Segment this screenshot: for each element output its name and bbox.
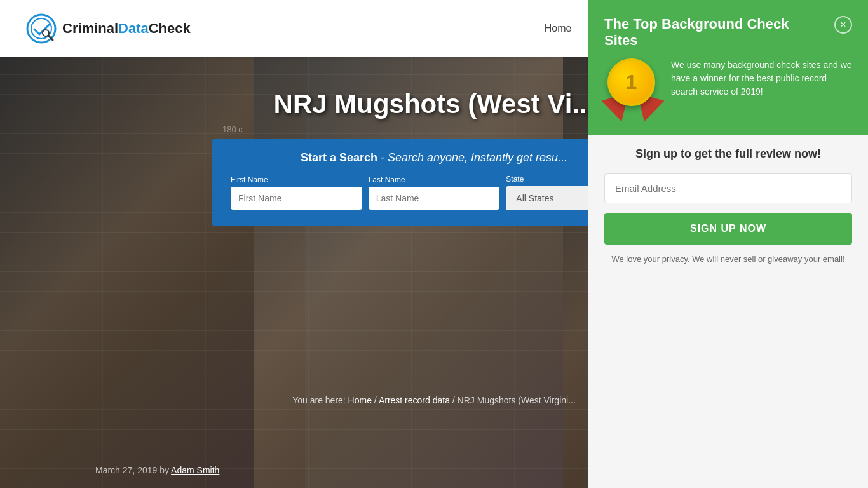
page-title: NRJ Mugshots (West Vi... [274, 89, 595, 119]
breadcrumb-current: NRJ Mugshots (West Virgini... [458, 395, 576, 405]
last-name-label: Last Name [369, 175, 500, 184]
article-author[interactable]: Adam Smith [171, 465, 219, 475]
svg-point-3 [43, 30, 49, 36]
breadcrumb-sep1: / [372, 395, 379, 405]
breadcrumb-home[interactable]: Home [348, 395, 372, 405]
medal-circle: 1 [607, 58, 655, 106]
popup-subtitle: Sign up to get the full review now! [604, 147, 852, 161]
breadcrumb-arrest[interactable]: Arrest record data [379, 395, 450, 405]
logo-icon [25, 13, 57, 44]
breadcrumb: You are here: Home / Arrest record data … [292, 395, 576, 405]
search-title: Start a Search - Search anyone, Instantl… [231, 151, 637, 165]
logo[interactable]: CriminalDataCheck [25, 13, 191, 44]
last-name-input[interactable] [369, 187, 500, 210]
medal-badge: 1 [604, 58, 661, 122]
first-name-label: First Name [231, 175, 362, 184]
popup-badge-row: 1 We use many background check sites and… [604, 58, 852, 122]
article-by: by [159, 465, 171, 475]
logo-text: CriminalDataCheck [62, 20, 191, 37]
article-date: March 27, 2019 [95, 465, 157, 475]
breadcrumb-sep2: / [450, 395, 458, 405]
first-name-input[interactable] [231, 187, 362, 210]
search-title-italic: - Search anyone, Instantly get resu... [381, 151, 567, 164]
popup-privacy-text: We love your privacy. We will never sell… [604, 254, 852, 264]
popup-upper: The Top Background Check Sites × 1 We us… [588, 0, 868, 135]
popup-close-button[interactable]: × [834, 16, 852, 34]
first-name-group: First Name [231, 175, 362, 210]
signup-button[interactable]: SIGN UP NOW [604, 213, 852, 245]
popup-badge-text: We use many background check sites and w… [671, 58, 852, 98]
search-fields: First Name Last Name State All States [231, 175, 637, 210]
email-input[interactable] [604, 173, 852, 203]
breadcrumb-prefix: You are here: [292, 395, 348, 405]
search-title-bold: Start a Search [301, 151, 377, 164]
nav-home[interactable]: Home [545, 23, 572, 34]
popup-header: The Top Background Check Sites × [604, 16, 852, 49]
article-info: March 27, 2019 by Adam Smith [95, 465, 219, 475]
popup-title: The Top Background Check Sites [604, 16, 822, 49]
popup: The Top Background Check Sites × 1 We us… [588, 0, 868, 488]
last-name-group: Last Name [369, 175, 500, 210]
popup-lower: Sign up to get the full review now! SIGN… [588, 135, 868, 488]
